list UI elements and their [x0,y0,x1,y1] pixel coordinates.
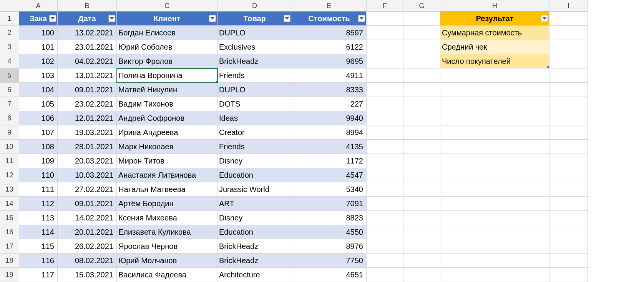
row-header-17[interactable]: 17 [0,239,19,254]
cell-E7[interactable]: 227 [292,97,367,111]
cell-A11[interactable]: 109 [19,154,58,168]
cell-I1[interactable] [549,12,588,26]
cell-G9[interactable] [403,125,440,140]
row-header-1[interactable]: 1 [0,12,19,26]
cell-H15[interactable] [440,211,549,225]
cell-E12[interactable]: 4547 [292,168,367,182]
cell-B12[interactable]: 10.03.2021 [58,168,117,182]
cell-B8[interactable]: 12.01.2021 [58,111,117,125]
cell-I19[interactable] [549,268,588,282]
cell-C9[interactable]: Ирина Андреева [117,125,217,140]
cell-E6[interactable]: 8333 [292,83,367,97]
cell-E16[interactable]: 4550 [292,225,367,239]
cell-B4[interactable]: 04.02.2021 [58,54,117,68]
cell-G4[interactable] [403,54,440,68]
cell-H5[interactable] [440,68,549,83]
cell-G12[interactable] [403,168,440,182]
cell-A12[interactable]: 110 [19,168,58,182]
cell-B16[interactable]: 20.01.2021 [58,225,117,239]
table-header-B[interactable]: Дата [58,12,117,26]
col-header-F[interactable]: F [367,0,403,12]
cell-C13[interactable]: Наталья Матвеева [117,182,217,197]
cell-E18[interactable]: 7750 [292,254,367,268]
cell-A13[interactable]: 111 [19,182,58,197]
cell-F10[interactable] [367,140,403,154]
col-header-H[interactable]: H [440,0,549,12]
cell-A14[interactable]: 112 [19,197,58,211]
cell-E10[interactable]: 4135 [292,140,367,154]
cell-A7[interactable]: 105 [19,97,58,111]
cell-B5[interactable]: 13.01.2021 [58,68,117,83]
cell-B17[interactable]: 26.02.2021 [58,239,117,254]
row-header-11[interactable]: 11 [0,154,19,168]
row-header-9[interactable]: 9 [0,125,19,140]
cell-B11[interactable]: 20.03.2021 [58,154,117,168]
cell-H8[interactable] [440,111,549,125]
cell-F13[interactable] [367,182,403,197]
cell-B3[interactable]: 23.01.2021 [58,40,117,54]
cell-C11[interactable]: Мирон Титов [117,154,217,168]
cell-E5[interactable]: 4911 [292,68,367,83]
cell-E19[interactable]: 4651 [292,268,367,282]
cell-G2[interactable] [403,26,440,40]
cell-H14[interactable] [440,197,549,211]
cell-I5[interactable] [549,68,588,83]
cell-F7[interactable] [367,97,403,111]
cell-E13[interactable]: 5340 [292,182,367,197]
cell-A2[interactable]: 100 [19,26,58,40]
cell-E2[interactable]: 8597 [292,26,367,40]
cell-G8[interactable] [403,111,440,125]
cell-H17[interactable] [440,239,549,254]
cell-A17[interactable]: 115 [19,239,58,254]
cell-H12[interactable] [440,168,549,182]
cell-B13[interactable]: 27.02.2021 [58,182,117,197]
cell-B10[interactable]: 28.01.2021 [58,140,117,154]
cell-C17[interactable]: Ярослав Чернов [117,239,217,254]
cell-F4[interactable] [367,54,403,68]
cell-H9[interactable] [440,125,549,140]
filter-dropdown-D[interactable] [284,15,290,22]
cell-D12[interactable]: Education [217,168,292,182]
cell-I3[interactable] [549,40,588,54]
cell-G15[interactable] [403,211,440,225]
cell-G17[interactable] [403,239,440,254]
row-header-3[interactable]: 3 [0,40,19,54]
col-header-I[interactable]: I [549,0,588,12]
cell-H10[interactable] [440,140,549,154]
cell-G11[interactable] [403,154,440,168]
cell-C7[interactable]: Вадим Тихонов [117,97,217,111]
cell-E17[interactable]: 8976 [292,239,367,254]
cell-G1[interactable] [403,12,440,26]
row-header-15[interactable]: 15 [0,211,19,225]
cell-D15[interactable]: Disney [217,211,292,225]
cell-A8[interactable]: 106 [19,111,58,125]
cell-F16[interactable] [367,225,403,239]
table-header-E[interactable]: Стоимость [292,12,367,26]
cell-D4[interactable]: BrickHeadz [217,54,292,68]
cell-D7[interactable]: DOTS [217,97,292,111]
cell-B6[interactable]: 09.01.2021 [58,83,117,97]
cell-C3[interactable]: Юрий Соболев [117,40,217,54]
cell-B7[interactable]: 23.02.2021 [58,97,117,111]
result-header[interactable]: Результат [440,12,549,26]
cell-C12[interactable]: Анастасия Литвинова [117,168,217,182]
row-header-4[interactable]: 4 [0,54,19,68]
cell-C6[interactable]: Матвей Никулин [117,83,217,97]
cell-F9[interactable] [367,125,403,140]
cell-D11[interactable]: Disney [217,154,292,168]
row-header-18[interactable]: 18 [0,254,19,268]
cell-G14[interactable] [403,197,440,211]
cell-I17[interactable] [549,239,588,254]
cell-E9[interactable]: 8994 [292,125,367,140]
table-header-A[interactable]: Зака [19,12,58,26]
cell-G19[interactable] [403,268,440,282]
cell-D14[interactable]: ART [217,197,292,211]
cell-A15[interactable]: 113 [19,211,58,225]
table-header-C[interactable]: Клиент [117,12,217,26]
cell-F8[interactable] [367,111,403,125]
cell-I15[interactable] [549,211,588,225]
cell-D16[interactable]: Education [217,225,292,239]
cell-F19[interactable] [367,268,403,282]
filter-dropdown-B[interactable] [108,15,115,22]
cell-I9[interactable] [549,125,588,140]
